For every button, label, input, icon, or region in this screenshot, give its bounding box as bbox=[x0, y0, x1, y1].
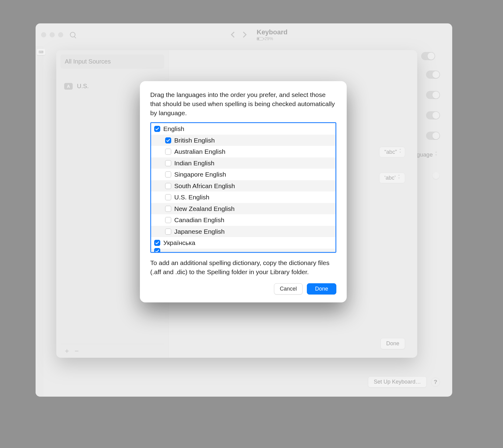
language-label: English bbox=[163, 125, 184, 133]
toggle-generic-3[interactable] bbox=[426, 111, 440, 119]
modal-actions: Cancel Done bbox=[150, 283, 336, 295]
single-quotes-value: ‘abc’ bbox=[384, 175, 396, 181]
updown-icon: ˄˅ bbox=[435, 152, 437, 157]
language-checkbox[interactable] bbox=[165, 149, 171, 155]
nav-arrows: Keyboard 29% bbox=[232, 28, 287, 41]
forward-button[interactable] bbox=[241, 32, 247, 38]
language-checkbox[interactable] bbox=[154, 126, 160, 132]
language-checkbox[interactable] bbox=[165, 194, 171, 200]
done-button[interactable]: Done bbox=[307, 283, 336, 295]
add-source-button[interactable]: + bbox=[65, 347, 69, 355]
minimize-dot[interactable] bbox=[50, 32, 55, 37]
back-button[interactable] bbox=[231, 32, 237, 38]
language-label: British English bbox=[174, 137, 215, 144]
battery-percent: 29% bbox=[265, 36, 273, 41]
language-row[interactable]: U.S. English bbox=[151, 191, 335, 203]
language-label: Canadian English bbox=[174, 216, 224, 224]
zoom-dot[interactable] bbox=[58, 32, 63, 37]
remove-source-button[interactable]: − bbox=[75, 347, 79, 355]
sidebar-search[interactable] bbox=[70, 32, 155, 37]
double-quotes-select[interactable]: “abc” ˄˅ bbox=[379, 147, 405, 157]
setup-keyboard-button[interactable]: Set Up Keyboard… bbox=[368, 376, 427, 388]
page-title: Keyboard bbox=[257, 28, 287, 36]
updown-icon: ˄˅ bbox=[399, 150, 401, 155]
language-row[interactable]: Japanese English bbox=[151, 226, 335, 237]
language-row[interactable]: Singapore English bbox=[151, 169, 335, 180]
language-row[interactable]: British English bbox=[151, 135, 335, 146]
language-row[interactable]: South African English bbox=[151, 180, 335, 192]
battery-status: 29% bbox=[257, 36, 287, 41]
language-label: Indian English bbox=[174, 160, 214, 167]
toggle-show-input-menu[interactable] bbox=[421, 52, 435, 60]
language-row[interactable]: Українська bbox=[151, 237, 335, 249]
language-checkbox[interactable] bbox=[165, 206, 171, 212]
language-checkbox[interactable] bbox=[165, 217, 171, 223]
language-list[interactable]: EnglishBritish EnglishAustralian English… bbox=[150, 122, 336, 253]
updown-icon: ˄˅ bbox=[398, 175, 400, 181]
language-label: U.S. English bbox=[174, 194, 210, 201]
language-label: New Zealand English bbox=[174, 205, 234, 212]
settings-sidebar: ⌨ bbox=[36, 46, 43, 397]
language-label: South African English bbox=[174, 182, 235, 190]
language-row[interactable]: Australian English bbox=[151, 146, 335, 157]
input-sources-footer: + − bbox=[61, 344, 164, 358]
single-quotes-select[interactable]: ‘abc’ ˄˅ bbox=[379, 173, 405, 183]
language-label: Japanese English bbox=[174, 228, 225, 235]
language-row[interactable]: Canadian English bbox=[151, 214, 335, 226]
language-row[interactable]: New Zealand English bbox=[151, 203, 335, 215]
toggle-generic-2[interactable] bbox=[426, 91, 440, 99]
toggle-generic-1[interactable] bbox=[426, 71, 440, 79]
modal-hint: To add an additional spelling dictionary… bbox=[150, 258, 336, 277]
all-input-sources[interactable]: All Input Sources bbox=[61, 54, 164, 69]
language-checkbox[interactable] bbox=[165, 229, 171, 235]
language-label: Australian English bbox=[174, 148, 225, 155]
language-checkbox[interactable] bbox=[154, 248, 160, 253]
cancel-button[interactable]: Cancel bbox=[274, 283, 303, 295]
language-checkbox[interactable] bbox=[165, 183, 171, 189]
input-source-badge: A bbox=[64, 83, 73, 90]
input-source-name: U.S. bbox=[77, 83, 89, 90]
language-row[interactable]: Indian English bbox=[151, 157, 335, 169]
battery-icon bbox=[257, 37, 263, 40]
toggle-generic-4[interactable] bbox=[426, 132, 440, 140]
help-button[interactable]: ? bbox=[431, 377, 440, 387]
double-quotes-value: “abc” bbox=[384, 149, 397, 155]
window-controls bbox=[41, 32, 63, 37]
language-checkbox[interactable] bbox=[154, 240, 160, 246]
footer-actions: Set Up Keyboard… ? bbox=[56, 372, 440, 389]
language-row[interactable] bbox=[151, 249, 335, 253]
modal-instruction: Drag the languages into the order you pr… bbox=[150, 90, 336, 117]
window-titlebar: Keyboard 29% bbox=[36, 23, 452, 46]
language-label: Singapore English bbox=[174, 171, 226, 178]
sheet-done-button[interactable]: Done bbox=[380, 338, 405, 349]
language-label: Українська bbox=[163, 239, 195, 246]
language-row[interactable]: English bbox=[151, 123, 335, 135]
search-icon bbox=[70, 32, 75, 37]
language-checkbox[interactable] bbox=[165, 137, 171, 143]
close-dot[interactable] bbox=[41, 32, 46, 37]
language-checkbox[interactable] bbox=[165, 171, 171, 177]
spelling-languages-modal: Drag the languages into the order you pr… bbox=[140, 81, 347, 302]
language-checkbox[interactable] bbox=[165, 160, 171, 166]
